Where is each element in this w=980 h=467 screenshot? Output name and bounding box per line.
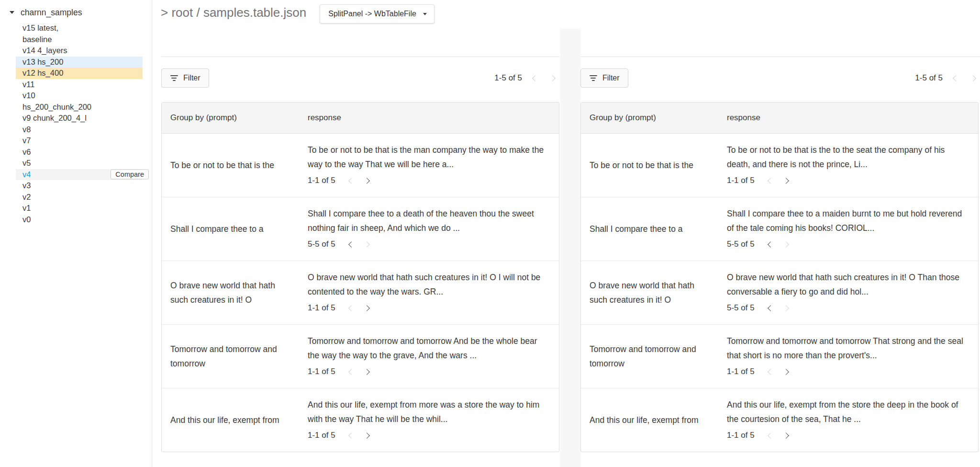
artifact-tree-toggle[interactable]: charnn_samples	[0, 7, 152, 18]
chevron-left-icon	[348, 241, 355, 248]
sidebar-version-item[interactable]: v8	[0, 124, 152, 136]
panel-type-dropdown[interactable]: SplitPanel -> WbTableFile	[320, 4, 434, 23]
chevron-right-icon	[783, 369, 789, 375]
row-prev-button[interactable]	[347, 240, 356, 249]
table-pagination: 1-5 of 5	[494, 73, 559, 83]
sidebar-version-item[interactable]: baseline	[0, 34, 152, 46]
prompt-cell[interactable]: Tomorrow and tomorrow and tomorrow	[581, 324, 718, 388]
sidebar-version-item[interactable]: v0	[0, 214, 152, 226]
sidebar-version-item[interactable]: v9 chunk_200_4_l	[0, 113, 152, 124]
row-pagination: 1-1 of 5	[308, 173, 550, 188]
row-next-button[interactable]	[363, 240, 371, 249]
chevron-right-icon	[364, 241, 370, 248]
prompt-cell[interactable]: Shall I compare thee to a	[162, 197, 299, 261]
filter-button[interactable]: Filter	[580, 68, 628, 88]
prompt-text: Shall I compare thee to a	[170, 224, 264, 234]
filter-icon	[589, 75, 597, 81]
column-header-response[interactable]: response	[299, 103, 559, 134]
row-next-button[interactable]	[363, 431, 371, 440]
chevron-left-icon	[532, 75, 538, 81]
response-cell[interactable]: To be or not to be that is the to the se…	[718, 134, 978, 197]
row-next-button[interactable]	[363, 304, 371, 312]
compare-button[interactable]: Compare	[111, 170, 149, 180]
sidebar-version-item[interactable]: v11	[0, 79, 152, 91]
response-cell[interactable]: To be or not to be that is the man compa…	[299, 134, 559, 197]
sidebar-version-item[interactable]: v1	[0, 203, 152, 214]
column-header-prompt[interactable]: Group by (prompt)	[162, 103, 299, 134]
breadcrumb[interactable]: > root / samples.table.json	[161, 4, 306, 21]
row-prev-button[interactable]	[347, 176, 356, 185]
sidebar-version-item[interactable]: v4 Compare	[16, 169, 143, 181]
response-cell[interactable]: O brave new world that hath such creatur…	[299, 261, 559, 324]
prev-page-button[interactable]	[531, 74, 539, 82]
row-next-button[interactable]	[363, 367, 371, 376]
column-header-prompt[interactable]: Group by (prompt)	[581, 103, 718, 134]
prompt-cell[interactable]: To be or not to be that is the	[162, 134, 299, 197]
response-cell[interactable]: Tomorrow and tomorrow and tomorrow That …	[718, 324, 978, 388]
row-next-button[interactable]	[782, 367, 791, 376]
column-header-response[interactable]: response	[718, 103, 978, 134]
row-next-button[interactable]	[782, 431, 791, 440]
response-cell[interactable]: O brave new world that hath such creatur…	[718, 261, 978, 324]
sidebar-version-item[interactable]: v2	[0, 192, 152, 203]
sidebar-version-item[interactable]: hs_200_chunk_200	[0, 102, 152, 113]
sidebar-version-item[interactable]: v6	[0, 147, 152, 158]
row-pagination: 5-5 of 5	[308, 237, 550, 251]
prev-page-button[interactable]	[951, 74, 960, 82]
filter-icon	[170, 75, 178, 81]
row-prev-button[interactable]	[347, 304, 356, 312]
sidebar-version-item[interactable]: v5	[0, 158, 152, 169]
sidebar-version-item[interactable]: v14 4_layers	[0, 45, 152, 57]
sidebar-version-item[interactable]: v15 latest,	[0, 23, 152, 34]
row-prev-button[interactable]	[767, 176, 775, 185]
panel-divider	[580, 57, 980, 57]
sidebar-version-item[interactable]: v7	[0, 135, 152, 147]
table-toolbar: Filter 1-5 of 5	[580, 68, 980, 88]
sidebar-version-item[interactable]: v10	[0, 90, 152, 102]
row-prev-button[interactable]	[347, 367, 356, 376]
filter-button[interactable]: Filter	[161, 68, 209, 88]
panel-divider	[161, 57, 559, 57]
row-pagination-label: 5-5 of 5	[308, 237, 335, 251]
row-pagination-label: 1-1 of 5	[727, 173, 755, 188]
row-pagination: 1-1 of 5	[727, 364, 969, 379]
chevron-left-icon	[348, 178, 355, 184]
prompt-text: Shall I compare thee to a	[590, 224, 683, 234]
prompt-text: O brave new world that hath such creatur…	[590, 281, 694, 305]
response-cell[interactable]: And this our life, exempt from more was …	[299, 388, 559, 452]
row-next-button[interactable]	[363, 176, 371, 185]
row-pagination-label: 1-1 of 5	[308, 173, 335, 188]
sidebar-version-item[interactable]: v13 hs_200	[16, 57, 143, 68]
sidebar-version-item[interactable]: v3	[0, 180, 152, 192]
sidebar-version-item[interactable]: v12 hs_400	[16, 68, 143, 79]
row-next-button[interactable]	[782, 240, 791, 249]
main-content: > root / samples.table.json SplitPanel -…	[152, 0, 980, 467]
row-pagination: 1-1 of 5	[308, 301, 550, 315]
samples-table: Group by (prompt) response To be or not …	[161, 102, 559, 452]
prompt-text: O brave new world that hath such creatur…	[170, 281, 275, 305]
row-next-button[interactable]	[782, 176, 791, 185]
prompt-cell[interactable]: Shall I compare thee to a	[581, 197, 718, 261]
row-pagination: 5-5 of 5	[727, 301, 969, 315]
next-page-button[interactable]	[969, 74, 977, 82]
panel-gutter[interactable]	[560, 29, 580, 467]
response-cell[interactable]: And this our life, exempt from the store…	[718, 388, 978, 452]
response-cell[interactable]: Tomorrow and tomorrow and tomorrow And b…	[299, 324, 559, 388]
row-prev-button[interactable]	[767, 304, 775, 312]
row-prev-button[interactable]	[767, 240, 775, 249]
prompt-cell[interactable]: And this our life, exempt from	[581, 388, 718, 452]
prompt-cell[interactable]: To be or not to be that is the	[581, 134, 718, 197]
prompt-cell[interactable]: O brave new world that hath such creatur…	[162, 261, 299, 324]
prompt-cell[interactable]: Tomorrow and tomorrow and tomorrow	[162, 324, 299, 388]
chevron-right-icon	[364, 305, 370, 311]
next-page-button[interactable]	[548, 74, 557, 82]
version-label: v4	[22, 170, 31, 179]
response-cell[interactable]: Shall I compare thee to a maiden burnt t…	[718, 197, 978, 261]
response-cell[interactable]: Shall I compare thee to a death of the h…	[299, 197, 559, 261]
row-next-button[interactable]	[782, 304, 791, 312]
prompt-cell[interactable]: And this our life, exempt from	[162, 388, 299, 452]
row-prev-button[interactable]	[767, 367, 775, 376]
row-prev-button[interactable]	[767, 431, 775, 440]
row-prev-button[interactable]	[347, 431, 356, 440]
prompt-cell[interactable]: O brave new world that hath such creatur…	[581, 261, 718, 324]
